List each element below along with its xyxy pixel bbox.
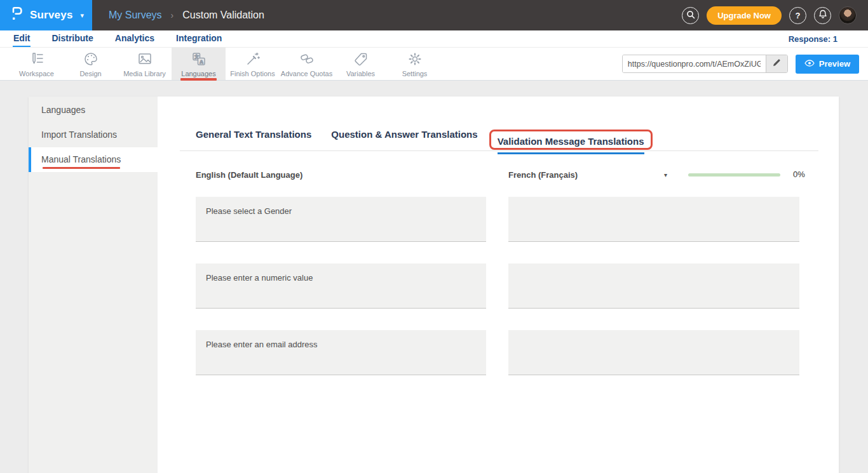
questionpro-logo-icon (10, 6, 24, 25)
translation-progress-bar (688, 173, 780, 177)
palette-icon (83, 51, 99, 67)
language-header-row: English (Default Language) French (Franç… (158, 168, 839, 183)
toolbar-item-label: Settings (402, 70, 428, 77)
toolbar-item-label: Workspace (19, 70, 54, 77)
tab-validation-message-translations[interactable]: Validation Message Translations (498, 136, 644, 154)
breadcrumb-separator: › (171, 10, 174, 20)
breadcrumb-my-surveys[interactable]: My Surveys (109, 10, 162, 21)
search-button[interactable] (682, 7, 699, 24)
survey-url-group (622, 55, 788, 73)
notifications-button[interactable] (814, 7, 831, 24)
product-switcher[interactable]: Surveys ▾ (0, 0, 92, 30)
target-input-numeric[interactable] (508, 263, 799, 309)
translation-tabs: General Text Translations Question & Ans… (196, 129, 644, 147)
settings-sidebar: Languages Import Translations Manual Tra… (29, 97, 158, 473)
target-language-select[interactable]: French (Français) ▾ (508, 170, 667, 180)
annotation-box-validation-tab: Validation Message Translations (489, 130, 653, 150)
breadcrumb: My Surveys › Custom Validation (109, 10, 264, 21)
pencil-icon (772, 58, 781, 70)
preview-button[interactable]: Preview (796, 55, 859, 74)
nav-tab-integration[interactable]: Integration (175, 30, 222, 47)
sidebar-item-manual-translations[interactable]: Manual Translations (29, 147, 158, 172)
nav-tab-edit[interactable]: Edit (13, 30, 31, 47)
chevron-down-icon: ▾ (664, 171, 667, 178)
nav-tab-analytics[interactable]: Analytics (114, 30, 155, 47)
annotation-underline-languages (180, 78, 217, 81)
toolbar-item-workspace[interactable]: Workspace (10, 48, 64, 80)
workspace-icon (29, 51, 45, 67)
toolbar-item-finish-options[interactable]: Finish Options (226, 48, 280, 80)
chevron-down-icon: ▾ (81, 11, 85, 20)
toolbar-item-advance-quotas[interactable]: Advance Quotas (280, 48, 334, 80)
source-language-label: English (Default Language) (196, 170, 302, 180)
page-background: Languages Import Translations Manual Tra… (0, 81, 868, 473)
tabs-separator (180, 150, 818, 151)
toolbar-item-label: Languages (181, 70, 215, 77)
gear-icon (407, 51, 423, 67)
toolbar-item-label: Advance Quotas (281, 70, 332, 77)
toolbar-item-label: Design (79, 70, 101, 77)
toolbar-item-media-library[interactable]: Media Library (118, 48, 172, 80)
toolbar-item-label: Finish Options (230, 70, 275, 77)
question-mark-icon: ? (796, 11, 801, 20)
image-icon (137, 51, 153, 67)
toolbar-item-label: Media Library (123, 70, 166, 77)
help-button[interactable]: ? (789, 7, 806, 24)
annotation-underline-manual-translations (43, 167, 120, 169)
toolbar-item-languages[interactable]: 文A Languages (172, 48, 226, 80)
translation-progress-percent: 0% (793, 170, 805, 179)
edit-url-button[interactable] (766, 55, 787, 72)
breadcrumb-current: Custom Validation (182, 10, 264, 21)
user-avatar[interactable] (839, 6, 857, 24)
survey-url-input[interactable] (623, 55, 766, 72)
toolbar-item-variables[interactable]: Variables (334, 48, 388, 80)
bell-icon (818, 10, 827, 21)
toolbar-right: Preview (622, 48, 868, 80)
search-icon (686, 10, 695, 21)
nav-tab-distribute[interactable]: Distribute (51, 30, 93, 47)
sidebar-item-label: Manual Translations (41, 154, 121, 164)
sidebar-item-languages[interactable]: Languages (29, 98, 158, 123)
svg-text:A: A (200, 59, 203, 64)
edit-toolbar: Workspace Design Media Library 文A Langua… (0, 48, 868, 81)
preview-label: Preview (819, 59, 850, 69)
content-card: Languages Import Translations Manual Tra… (29, 97, 839, 473)
toolbar-item-settings[interactable]: Settings (388, 48, 442, 80)
toolbar-item-design[interactable]: Design (64, 48, 118, 80)
target-input-email[interactable] (508, 330, 799, 375)
eye-icon (804, 59, 815, 69)
chain-link-icon (299, 51, 315, 67)
tag-icon (353, 51, 369, 67)
source-text-email: Please enter an email address (196, 330, 486, 375)
target-input-gender[interactable] (508, 197, 799, 242)
source-text-gender: Please select a Gender (196, 197, 486, 242)
survey-nav: Edit Distribute Analytics Integration Re… (0, 30, 868, 48)
source-text-numeric: Please enter a numeric value (196, 263, 486, 309)
target-language-label: French (Français) (508, 170, 578, 180)
tab-question-answer-translations[interactable]: Question & Answer Translations (331, 129, 477, 147)
tab-general-text-translations[interactable]: General Text Translations (196, 129, 311, 147)
top-actions: Upgrade Now ? (682, 6, 868, 25)
top-bar: Surveys ▾ My Surveys › Custom Validation… (0, 0, 868, 30)
translate-icon: 文A (191, 51, 207, 67)
toolbar-item-label: Variables (346, 70, 375, 77)
response-count: Response: 1 (789, 30, 837, 47)
sidebar-item-import-translations[interactable]: Import Translations (29, 123, 158, 147)
product-name: Surveys (30, 9, 73, 22)
translations-main: General Text Translations Question & Ans… (158, 97, 839, 473)
upgrade-now-button[interactable]: Upgrade Now (707, 6, 782, 25)
magic-wand-icon (245, 51, 261, 67)
